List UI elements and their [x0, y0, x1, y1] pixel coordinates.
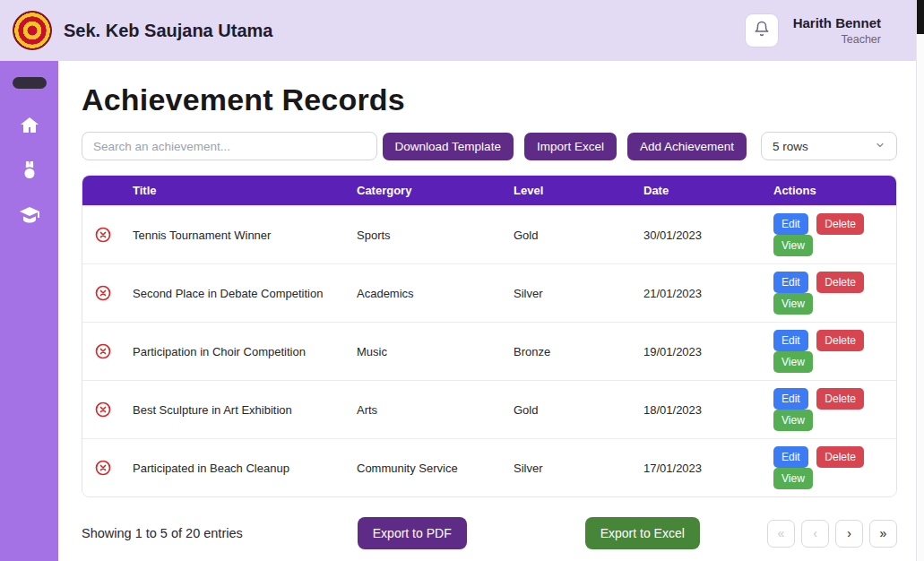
cell-level: Silver — [505, 264, 635, 323]
medal-icon — [19, 160, 40, 185]
rows-select-value: 5 rows — [773, 140, 808, 153]
delete-button[interactable]: Delete — [816, 272, 864, 293]
main-content: Achievement Records Download Template Im… — [58, 61, 924, 561]
notifications-button[interactable] — [745, 13, 779, 47]
view-button[interactable]: View — [773, 468, 813, 489]
red-cross-icon[interactable] — [91, 226, 115, 244]
controls-row: Download Template Import Excel Add Achie… — [82, 132, 897, 160]
cell-title: Participated in Beach Cleanup — [124, 439, 348, 497]
sidebar-item-home[interactable] — [18, 116, 41, 139]
school-name: Sek. Keb Saujana Utama — [64, 21, 272, 41]
pagination-first-button[interactable]: « — [767, 520, 795, 548]
cell-category: Arts — [348, 381, 505, 439]
row-status-cell — [82, 264, 124, 323]
school-logo-icon — [13, 11, 52, 50]
add-achievement-button[interactable]: Add Achievement — [627, 133, 747, 160]
row-status-cell — [82, 206, 124, 264]
red-cross-icon[interactable] — [91, 284, 115, 302]
sidebar-toggle[interactable] — [13, 77, 47, 89]
sidebar — [0, 61, 58, 561]
red-cross-icon[interactable] — [91, 459, 115, 477]
row-status-cell — [82, 439, 124, 497]
column-header-title: Title — [124, 176, 348, 206]
column-header-actions: Actions — [764, 176, 896, 206]
achievements-table: Title Catergory Level Date Actions — [82, 175, 897, 497]
view-button[interactable]: View — [773, 410, 813, 431]
table-row: Participated in Beach Cleanup Community … — [82, 439, 896, 497]
pagination-prev-button[interactable]: ‹ — [801, 520, 829, 548]
bell-icon — [754, 21, 770, 40]
edit-button[interactable]: Edit — [773, 388, 808, 410]
cell-title: Participation in Choir Competition — [124, 323, 348, 381]
sidebar-item-achievements[interactable] — [18, 160, 41, 184]
scrollbar — [916, 0, 924, 561]
table-row: Tennis Tournament Winner Sports Gold 30/… — [82, 206, 896, 264]
view-button[interactable]: View — [773, 235, 813, 256]
cell-actions: Edit Delete View — [764, 381, 896, 439]
cell-category: Sports — [348, 206, 505, 264]
home-icon — [19, 115, 40, 140]
pagination-last-button[interactable]: » — [869, 520, 897, 548]
rows-per-page-select[interactable]: 5 rows — [761, 132, 897, 160]
cell-date: 19/01/2023 — [635, 323, 764, 381]
cell-actions: Edit Delete View — [764, 439, 896, 497]
column-header-date: Date — [635, 176, 764, 206]
delete-button[interactable]: Delete — [816, 388, 864, 410]
cell-actions: Edit Delete View — [764, 264, 896, 323]
row-status-cell — [82, 381, 124, 439]
cell-date: 18/01/2023 — [635, 381, 764, 439]
chevron-down-icon — [875, 140, 885, 153]
cell-title: Second Place in Debate Competition — [124, 264, 348, 323]
cell-category: Music — [348, 323, 505, 381]
row-status-cell — [82, 323, 124, 381]
cell-level: Bronze — [505, 323, 635, 381]
table-row: Participation in Choir Competition Music… — [82, 323, 896, 381]
cell-level: Silver — [505, 439, 635, 497]
header: Sek. Keb Saujana Utama Harith Bennet Tea… — [0, 0, 924, 61]
cell-date: 21/01/2023 — [635, 264, 764, 323]
showing-entries-text: Showing 1 to 5 of 20 entries — [82, 526, 243, 540]
cell-category: Community Service — [348, 439, 505, 497]
edit-button[interactable]: Edit — [773, 272, 808, 293]
column-header-level: Level — [505, 176, 635, 206]
edit-button[interactable]: Edit — [773, 330, 808, 351]
edit-button[interactable]: Edit — [773, 446, 808, 468]
sidebar-item-students[interactable] — [18, 205, 41, 229]
column-header-status — [82, 176, 124, 206]
edit-button[interactable]: Edit — [773, 213, 808, 235]
page-title: Achievement Records — [82, 82, 897, 117]
export-excel-button[interactable]: Export to Excel — [585, 517, 700, 549]
table-row: Second Place in Debate Competition Acade… — [82, 264, 896, 323]
cell-date: 30/01/2023 — [635, 206, 764, 264]
export-pdf-button[interactable]: Export to PDF — [358, 517, 467, 549]
view-button[interactable]: View — [773, 351, 813, 373]
student-icon — [19, 204, 40, 229]
scrollbar-thumb[interactable] — [917, 0, 924, 34]
user-role: Teacher — [793, 33, 881, 47]
delete-button[interactable]: Delete — [816, 213, 864, 235]
user-name: Harith Bennet — [793, 15, 881, 31]
cell-title: Best Sculpture in Art Exhibition — [124, 381, 348, 439]
download-template-button[interactable]: Download Template — [383, 133, 514, 160]
cell-title: Tennis Tournament Winner — [124, 206, 348, 264]
red-cross-icon[interactable] — [91, 401, 115, 419]
cell-category: Academics — [348, 264, 505, 323]
table-footer: Showing 1 to 5 of 20 entries Export to P… — [82, 517, 897, 549]
table-row: Best Sculpture in Art Exhibition Arts Go… — [82, 381, 896, 439]
import-excel-button[interactable]: Import Excel — [524, 133, 617, 160]
column-header-category: Catergory — [348, 176, 505, 206]
red-cross-icon[interactable] — [91, 342, 115, 360]
cell-date: 17/01/2023 — [635, 439, 764, 497]
cell-level: Gold — [505, 206, 635, 264]
pagination-next-button[interactable]: › — [835, 520, 863, 548]
user-block: Harith Bennet Teacher — [793, 15, 881, 47]
cell-actions: Edit Delete View — [764, 323, 896, 381]
delete-button[interactable]: Delete — [816, 330, 864, 351]
cell-actions: Edit Delete View — [764, 206, 896, 264]
table-header-row: Title Catergory Level Date Actions — [82, 176, 896, 206]
cell-level: Gold — [505, 381, 635, 439]
pagination: « ‹ › » — [767, 520, 897, 548]
delete-button[interactable]: Delete — [816, 446, 864, 468]
view-button[interactable]: View — [773, 293, 813, 315]
search-input[interactable] — [82, 132, 377, 160]
